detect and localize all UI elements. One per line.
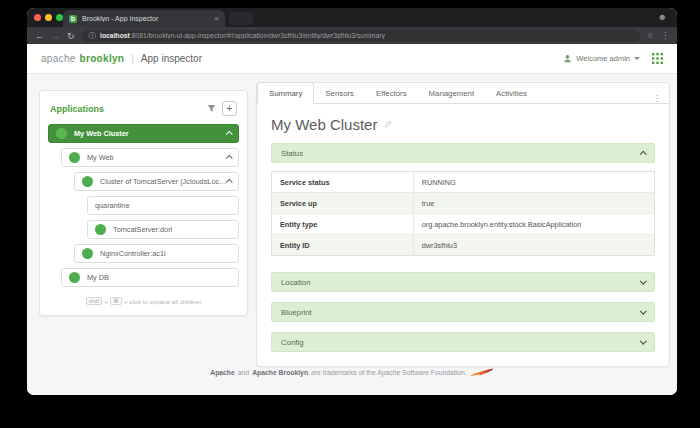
status-dot-icon bbox=[56, 128, 67, 139]
status-dot-icon bbox=[69, 272, 80, 283]
address-bar[interactable]: ⓘ localhost:8081/brooklyn-ui-app-inspect… bbox=[82, 30, 640, 42]
brooklyn-favicon-icon: b bbox=[69, 15, 77, 23]
browser-tab-strip: b Brooklyn - App Inspector × ☻ bbox=[27, 8, 677, 27]
minimize-window-button[interactable] bbox=[45, 14, 52, 21]
welcome-label: Welcome admin bbox=[576, 54, 630, 63]
brand-apache: apache bbox=[41, 53, 76, 64]
entity-tabs: Summary Sensors Effectors Management Act… bbox=[257, 83, 669, 104]
workspace: Applications + My Web Cluster My Web bbox=[27, 74, 677, 367]
browser-profile-icon[interactable]: ☻ bbox=[658, 12, 667, 22]
bookmark-star-icon[interactable]: ☆ bbox=[647, 31, 654, 40]
tab-activities[interactable]: Activities bbox=[485, 83, 538, 103]
chevron-up-icon bbox=[226, 156, 232, 162]
tree-node-my-web[interactable]: My Web bbox=[61, 148, 239, 167]
filter-icon[interactable] bbox=[207, 104, 216, 113]
section-config[interactable]: Config bbox=[271, 332, 655, 352]
user-icon bbox=[563, 54, 572, 63]
tree-node-nginxcontroller[interactable]: NginxController:ac1l bbox=[74, 244, 239, 263]
page-content: apachebrooklyn | App inspector Welcome a… bbox=[27, 44, 677, 395]
tree-node-tomcatserver[interactable]: TomcatServer:dorl bbox=[87, 220, 239, 239]
chevron-down-icon bbox=[640, 307, 646, 313]
section-location[interactable]: Location bbox=[271, 272, 655, 292]
browser-window: b Brooklyn - App Inspector × ☻ ← → ↻ ⓘ l… bbox=[27, 8, 677, 395]
tab-close-icon[interactable]: × bbox=[214, 15, 219, 23]
section-status[interactable]: Status bbox=[271, 143, 655, 163]
tabs-overflow-icon[interactable]: ⋮ bbox=[645, 94, 669, 103]
table-row: Service up true bbox=[272, 193, 655, 214]
chevron-down-icon bbox=[634, 57, 640, 60]
applications-sidebar: Applications + My Web Cluster My Web bbox=[39, 90, 248, 316]
applications-title: Applications bbox=[50, 104, 104, 114]
tab-title: Brooklyn - App Inspector bbox=[82, 15, 209, 22]
chevron-down-icon bbox=[640, 337, 646, 343]
chevron-up-icon bbox=[226, 132, 232, 138]
tab-sensors[interactable]: Sensors bbox=[314, 83, 365, 103]
entity-summary-panel: Summary Sensors Effectors Management Act… bbox=[256, 82, 670, 367]
tree-node-quarantine[interactable]: quarantine bbox=[87, 196, 239, 215]
brand-divider: | bbox=[131, 53, 134, 64]
apps-grid-icon[interactable] bbox=[652, 53, 663, 64]
expand-hint: shift + ⌘ + click to expand all children bbox=[48, 292, 239, 307]
forward-icon[interactable]: → bbox=[51, 31, 60, 41]
back-icon[interactable]: ← bbox=[35, 31, 44, 41]
status-dot-icon bbox=[82, 176, 93, 187]
table-row: Service status RUNNING bbox=[272, 172, 655, 193]
site-info-icon[interactable]: ⓘ bbox=[89, 31, 97, 41]
brand-brooklyn: brooklyn bbox=[80, 53, 125, 64]
entity-title-row: My Web Cluster ✎ bbox=[271, 116, 655, 133]
edit-pencil-icon[interactable]: ✎ bbox=[382, 120, 393, 128]
chevron-up-icon bbox=[226, 180, 232, 186]
page-footer: Apache and Apache Brooklyn are trademark… bbox=[27, 368, 677, 377]
table-row: Entity ID dwr3sfhlu3 bbox=[272, 235, 655, 256]
entity-title: My Web Cluster bbox=[271, 116, 377, 133]
screenshot: b Brooklyn - App Inspector × ☻ ← → ↻ ⓘ l… bbox=[0, 0, 700, 428]
section-blueprint[interactable]: Blueprint bbox=[271, 302, 655, 322]
status-table: Service status RUNNING Service up true E… bbox=[271, 171, 655, 256]
add-application-button[interactable]: + bbox=[222, 101, 237, 116]
tab-summary[interactable]: Summary bbox=[257, 82, 314, 104]
chevron-down-icon bbox=[640, 277, 646, 283]
tab-management[interactable]: Management bbox=[418, 83, 486, 103]
status-dot-icon bbox=[82, 248, 93, 259]
browser-toolbar: ← → ↻ ⓘ localhost:8081/brooklyn-ui-app-i… bbox=[27, 27, 677, 44]
zoom-window-button[interactable] bbox=[56, 14, 63, 21]
new-tab-button[interactable] bbox=[229, 12, 253, 25]
browser-menu-icon[interactable]: ⋮ bbox=[661, 31, 669, 40]
window-controls[interactable] bbox=[34, 14, 63, 21]
status-dot-icon bbox=[69, 152, 80, 163]
user-menu[interactable]: Welcome admin bbox=[563, 54, 640, 63]
tree-node-my-db[interactable]: My DB bbox=[61, 268, 239, 287]
app-name: App inspector bbox=[141, 53, 202, 64]
tree-node-my-web-cluster[interactable]: My Web Cluster bbox=[48, 124, 239, 143]
brand-logo[interactable]: apachebrooklyn | App inspector bbox=[41, 53, 202, 64]
close-window-button[interactable] bbox=[34, 14, 41, 21]
url-text: localhost:8081/brooklyn-ui-app-inspector… bbox=[100, 32, 385, 39]
table-row: Entity type org.apache.brooklyn.entity.s… bbox=[272, 214, 655, 235]
browser-tab[interactable]: b Brooklyn - App Inspector × bbox=[63, 10, 225, 27]
apache-feather-icon bbox=[470, 368, 494, 377]
chevron-up-icon bbox=[640, 151, 646, 157]
tab-effectors[interactable]: Effectors bbox=[365, 83, 418, 103]
tree-node-tomcat-cluster[interactable]: Cluster of TomcatServer (JcloudsLocation… bbox=[74, 172, 239, 191]
reload-icon[interactable]: ↻ bbox=[67, 31, 75, 41]
app-header: apachebrooklyn | App inspector Welcome a… bbox=[27, 44, 677, 74]
status-dot-icon bbox=[95, 224, 106, 235]
